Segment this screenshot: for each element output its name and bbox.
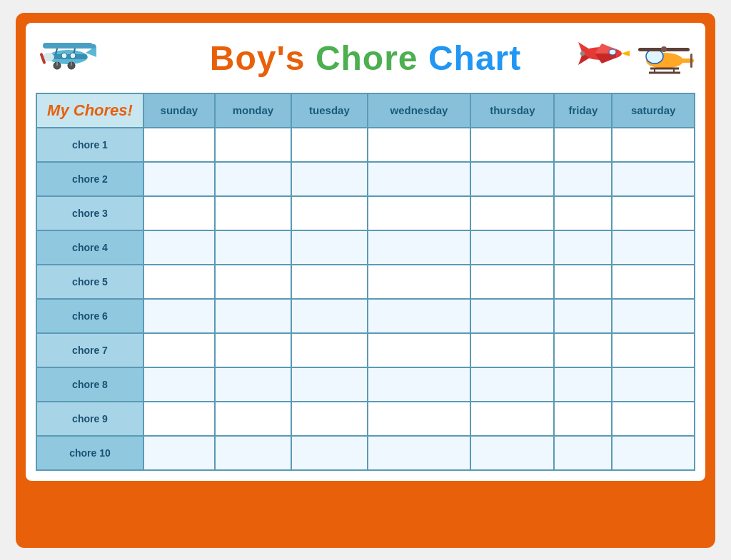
- chore-cell[interactable]: [368, 333, 471, 367]
- chore-cell[interactable]: [215, 299, 292, 333]
- chore-cell[interactable]: [368, 436, 471, 470]
- chore-cell[interactable]: [612, 162, 695, 196]
- chore-label: chore 6: [36, 299, 143, 333]
- chore-cell[interactable]: [554, 333, 612, 367]
- chore-cell[interactable]: [612, 299, 695, 333]
- svg-rect-1: [43, 43, 93, 49]
- header: Boy's Chore Chart: [36, 30, 695, 87]
- chore-cell[interactable]: [470, 402, 554, 436]
- table-row: chore 8: [36, 367, 695, 402]
- table-row: chore 3: [36, 196, 695, 230]
- chore-cell[interactable]: [554, 196, 612, 230]
- chore-cell[interactable]: [368, 265, 471, 299]
- chore-cell[interactable]: [215, 128, 292, 162]
- chore-cell[interactable]: [554, 230, 612, 265]
- svg-point-28: [661, 46, 667, 52]
- col-monday: monday: [215, 93, 292, 128]
- table-row: chore 7: [36, 333, 695, 367]
- chore-cell[interactable]: [291, 196, 367, 230]
- chore-cell[interactable]: [368, 162, 471, 196]
- col-tuesday: tuesday: [291, 93, 367, 128]
- svg-point-14: [70, 53, 76, 58]
- table-row: chore 1: [36, 128, 695, 162]
- chore-cell[interactable]: [143, 230, 215, 265]
- biplane-icon: [36, 30, 100, 83]
- chore-cell[interactable]: [612, 333, 695, 367]
- chore-cell[interactable]: [215, 402, 292, 436]
- outer-border: Boy's Chore Chart: [16, 13, 715, 548]
- chore-cell[interactable]: [291, 402, 367, 436]
- chore-cell[interactable]: [291, 128, 367, 162]
- chore-cell[interactable]: [291, 367, 367, 402]
- chore-cell[interactable]: [143, 299, 215, 333]
- chore-cell[interactable]: [368, 402, 471, 436]
- chore-cell[interactable]: [470, 436, 554, 470]
- col-friday: friday: [554, 93, 612, 128]
- chore-cell[interactable]: [368, 299, 471, 333]
- chore-cell[interactable]: [470, 162, 554, 196]
- chore-cell[interactable]: [554, 299, 612, 333]
- chore-cell[interactable]: [143, 162, 215, 196]
- chore-cell[interactable]: [368, 196, 471, 230]
- chore-cell[interactable]: [291, 162, 367, 196]
- chore-label: chore 9: [36, 402, 143, 436]
- chore-cell[interactable]: [554, 265, 612, 299]
- chore-cell[interactable]: [215, 265, 292, 299]
- chore-cell[interactable]: [143, 436, 215, 470]
- svg-rect-22: [580, 51, 585, 56]
- chore-cell[interactable]: [291, 436, 367, 470]
- chore-label: chore 3: [36, 196, 143, 230]
- chore-cell[interactable]: [291, 230, 367, 265]
- chore-cell[interactable]: [143, 367, 215, 402]
- chore-cell[interactable]: [554, 367, 612, 402]
- chore-cell[interactable]: [612, 128, 695, 162]
- table-row: chore 9: [36, 402, 695, 436]
- chore-cell[interactable]: [612, 402, 695, 436]
- svg-point-13: [61, 53, 67, 58]
- chore-cell[interactable]: [554, 402, 612, 436]
- svg-rect-2: [49, 54, 87, 59]
- right-planes-group: [577, 34, 695, 76]
- chore-cell[interactable]: [470, 367, 554, 402]
- chore-cell[interactable]: [215, 162, 292, 196]
- chore-cell[interactable]: [470, 299, 554, 333]
- col-wednesday: wednesday: [368, 93, 471, 128]
- chore-cell[interactable]: [554, 436, 612, 470]
- chore-label: chore 8: [36, 367, 143, 402]
- chore-cell[interactable]: [215, 367, 292, 402]
- chore-cell[interactable]: [470, 128, 554, 162]
- chore-cell[interactable]: [368, 128, 471, 162]
- chore-cell[interactable]: [143, 196, 215, 230]
- chore-cell[interactable]: [215, 436, 292, 470]
- chore-cell[interactable]: [143, 402, 215, 436]
- chore-chart-table: My Chores! sunday monday tuesday wednesd…: [36, 93, 695, 471]
- chore-cell[interactable]: [470, 265, 554, 299]
- chore-cell[interactable]: [612, 265, 695, 299]
- page-title: Boy's Chore Chart: [210, 39, 522, 78]
- chore-cell[interactable]: [470, 230, 554, 265]
- helicopter-icon: [635, 34, 695, 76]
- svg-marker-16: [621, 51, 630, 56]
- chore-cell[interactable]: [554, 162, 612, 196]
- chore-cell[interactable]: [291, 265, 367, 299]
- chore-cell[interactable]: [612, 230, 695, 265]
- chore-cell[interactable]: [612, 436, 695, 470]
- chore-cell[interactable]: [291, 299, 367, 333]
- chore-cell[interactable]: [612, 367, 695, 402]
- chore-cell[interactable]: [215, 230, 292, 265]
- chore-cell[interactable]: [554, 128, 612, 162]
- chore-cell[interactable]: [291, 333, 367, 367]
- chore-cell[interactable]: [470, 196, 554, 230]
- chore-cell[interactable]: [612, 196, 695, 230]
- chore-cell[interactable]: [143, 265, 215, 299]
- chore-cell[interactable]: [143, 333, 215, 367]
- chore-cell[interactable]: [368, 230, 471, 265]
- chore-cell[interactable]: [215, 196, 292, 230]
- inner-card: Boy's Chore Chart: [26, 23, 705, 481]
- chore-cell[interactable]: [470, 333, 554, 367]
- chore-cell[interactable]: [143, 128, 215, 162]
- chore-cell[interactable]: [215, 333, 292, 367]
- chore-cell[interactable]: [368, 367, 471, 402]
- col-thursday: thursday: [470, 93, 554, 128]
- chore-label: chore 4: [36, 230, 143, 265]
